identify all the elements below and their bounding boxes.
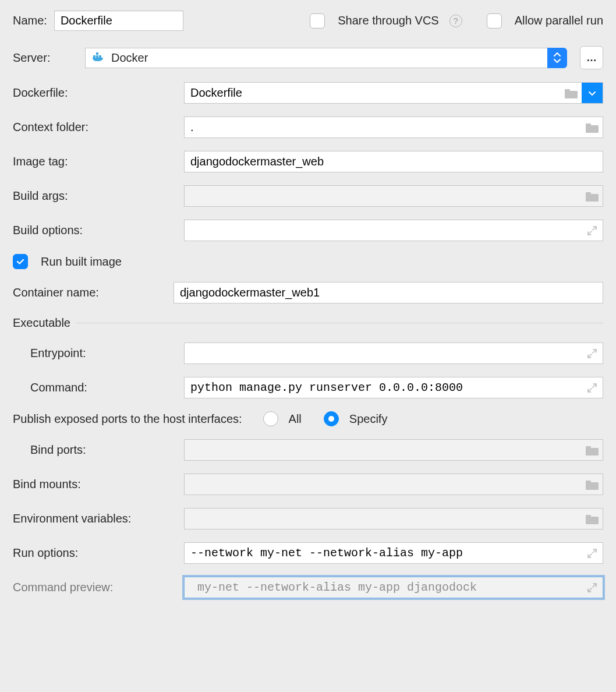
server-label: Server: (13, 51, 78, 65)
dockerfile-dropdown[interactable] (582, 83, 603, 103)
run-options-input[interactable] (185, 543, 582, 563)
container-name-input[interactable] (174, 283, 603, 303)
command-expand-icon[interactable] (582, 377, 603, 398)
context-folder-browse-icon[interactable] (582, 117, 603, 137)
dockerfile-label: Dockerfile: (13, 86, 177, 100)
build-args-label: Build args: (13, 189, 177, 203)
docker-icon (91, 51, 105, 65)
publish-all-radio[interactable] (263, 411, 278, 426)
name-input[interactable] (54, 10, 183, 31)
bind-ports-label: Bind ports: (13, 443, 177, 457)
env-vars-label: Environment variables: (13, 512, 177, 525)
dockerfile-input[interactable] (185, 83, 561, 103)
command-input[interactable] (185, 377, 582, 398)
bind-mounts-browse-icon[interactable] (582, 474, 603, 495)
command-preview-label: Command preview: (13, 581, 177, 594)
build-options-input[interactable] (185, 220, 582, 241)
name-label: Name: (13, 14, 47, 27)
build-options-label: Build options: (13, 224, 177, 237)
section-divider (76, 323, 603, 323)
svg-rect-2 (99, 55, 101, 58)
publish-all-label: All (289, 412, 302, 426)
command-label: Command: (13, 381, 177, 394)
share-vcs-checkbox[interactable] (310, 13, 325, 29)
bind-mounts-label: Bind mounts: (13, 478, 177, 491)
build-args-browse-icon[interactable] (582, 186, 603, 206)
server-select[interactable]: Docker (85, 48, 547, 68)
publish-ports-label: Publish exposed ports to the host interf… (13, 412, 242, 426)
executable-section-label: Executable (13, 316, 70, 330)
build-options-expand-icon[interactable] (582, 220, 603, 241)
bind-ports-input[interactable] (185, 440, 582, 460)
svg-rect-3 (96, 52, 98, 55)
bind-mounts-input[interactable] (185, 474, 582, 495)
image-tag-label: Image tag: (13, 155, 177, 168)
bind-ports-browse-icon[interactable] (582, 440, 603, 460)
run-built-image-label: Run built image (41, 255, 122, 269)
server-browse-button[interactable]: … (580, 46, 603, 69)
run-options-label: Run options: (13, 546, 177, 560)
publish-specify-label: Specify (349, 412, 388, 426)
command-preview-expand-icon[interactable] (582, 577, 603, 598)
allow-parallel-label: Allow parallel run (515, 14, 603, 27)
entrypoint-expand-icon[interactable] (582, 343, 603, 363)
build-args-input[interactable] (185, 186, 582, 206)
share-vcs-label: Share through VCS (338, 14, 438, 27)
help-icon[interactable]: ? (449, 15, 462, 27)
container-name-label: Container name: (13, 286, 167, 299)
allow-parallel-checkbox[interactable] (487, 13, 502, 29)
run-built-image-checkbox[interactable] (13, 254, 28, 269)
publish-specify-radio[interactable] (324, 411, 339, 426)
entrypoint-label: Entrypoint: (13, 347, 177, 360)
command-preview-input[interactable] (185, 577, 582, 598)
image-tag-input[interactable] (185, 151, 603, 172)
dockerfile-browse-icon[interactable] (561, 83, 582, 103)
server-selected: Docker (111, 51, 148, 65)
env-vars-input[interactable] (185, 509, 582, 529)
entrypoint-input[interactable] (185, 343, 582, 363)
svg-rect-0 (93, 55, 95, 58)
context-folder-label: Context folder: (13, 121, 177, 134)
env-vars-browse-icon[interactable] (582, 509, 603, 529)
server-select-arrows[interactable] (547, 48, 567, 68)
context-folder-input[interactable] (185, 117, 582, 137)
svg-rect-1 (96, 55, 98, 58)
run-options-expand-icon[interactable] (582, 543, 603, 563)
